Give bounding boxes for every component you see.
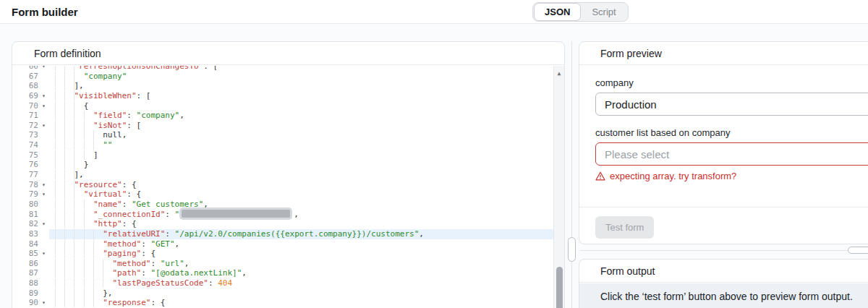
code-text: "path": "[@odata.nextLink]", xyxy=(49,268,564,278)
tab-json[interactable]: JSON xyxy=(534,3,581,21)
line-number: 87 xyxy=(12,268,38,278)
line-number: 83 xyxy=(12,229,38,239)
code-text: "response": { xyxy=(49,298,564,308)
code-line-79[interactable]: 79▾ "virtual": { xyxy=(12,189,564,200)
code-text: "company" xyxy=(49,72,564,82)
code-line-88[interactable]: 88 "lastPageStatusCode": 404 xyxy=(12,278,564,288)
fold-spacer xyxy=(38,268,49,278)
form-output-header: Form output xyxy=(579,260,868,283)
code-line-77[interactable]: 77 ], xyxy=(12,170,564,180)
code-line-71[interactable]: 71 "field": "company", xyxy=(12,111,564,121)
code-line-66[interactable]: 66▾ "refreshOptionsOnChangesTo": [ xyxy=(12,66,564,72)
tab-script[interactable]: Script xyxy=(581,3,626,21)
fold-spacer xyxy=(38,229,49,239)
line-number: 72 xyxy=(12,121,38,131)
code-line-81[interactable]: 81 "_connectionId": ", xyxy=(12,210,564,220)
code-line-67[interactable]: 67 "company" xyxy=(12,72,564,82)
line-number: 73 xyxy=(12,130,38,140)
fold-arrow-icon[interactable]: ▾ xyxy=(38,66,49,72)
code-text: "http": { xyxy=(49,219,564,229)
form-output-message: Click the ‘test form’ button above to pr… xyxy=(579,283,868,302)
line-number: 78 xyxy=(12,180,38,190)
code-text: ], xyxy=(49,81,564,91)
form-builder-app: Form builder JSON Script Form definition… xyxy=(0,0,868,308)
json-code-editor[interactable]: 66▾ "refreshOptionsOnChangesTo": [67 "co… xyxy=(12,66,564,308)
fold-arrow-icon[interactable]: ▾ xyxy=(38,91,49,101)
form-output-panel: Form output Click the ‘test form’ button… xyxy=(579,259,868,308)
fold-arrow-icon[interactable]: ▾ xyxy=(38,101,49,111)
code-line-69[interactable]: 69▾ "visibleWhen": [ xyxy=(12,91,564,101)
fold-arrow-icon[interactable]: ▾ xyxy=(38,298,49,308)
panel-divider-horizontal xyxy=(580,250,868,251)
code-text: ], xyxy=(49,170,564,180)
code-text: "relativeURI": "/api/v2.0/companies({{ex… xyxy=(49,229,564,239)
form-preview-header: Form preview xyxy=(579,42,868,65)
code-lines: 66▾ "refreshOptionsOnChangesTo": [67 "co… xyxy=(12,66,564,308)
code-text: "lastPageStatusCode": 404 xyxy=(49,278,564,288)
line-number: 68 xyxy=(12,81,38,91)
code-line-68[interactable]: 68 ], xyxy=(12,81,564,91)
line-number: 79 xyxy=(12,189,38,200)
code-line-72[interactable]: 72▾ "isNot": [ xyxy=(12,121,564,131)
code-line-74[interactable]: 74 "" xyxy=(12,140,564,150)
code-line-80[interactable]: 80 "name": "Get customers", xyxy=(12,200,564,210)
code-line-89[interactable]: 89 }, xyxy=(12,288,564,299)
code-text: "field": "company", xyxy=(49,111,564,121)
test-form-button[interactable]: Test form xyxy=(595,216,654,239)
line-number: 66 xyxy=(12,66,38,72)
fold-arrow-icon[interactable]: ▾ xyxy=(38,121,49,131)
panel-divider-vertical xyxy=(571,41,572,308)
panel-resize-handle-horizontal[interactable] xyxy=(848,247,868,254)
code-line-84[interactable]: 84 "method": "GET", xyxy=(12,239,564,249)
code-text: "name": "Get customers", xyxy=(49,200,564,210)
code-line-86[interactable]: 86 "method": "url", xyxy=(12,259,564,269)
line-number: 90 xyxy=(12,298,38,308)
line-number: 84 xyxy=(12,239,38,249)
code-line-70[interactable]: 70▾ { xyxy=(12,101,564,111)
code-text: "isNot": [ xyxy=(49,121,564,131)
editor-mode-toggle: JSON Script xyxy=(532,2,629,22)
code-line-83[interactable]: 83 "relativeURI": "/api/v2.0/companies({… xyxy=(12,229,564,239)
code-line-82[interactable]: 82▾ "http": { xyxy=(12,219,564,229)
fold-spacer xyxy=(38,150,49,161)
company-input[interactable] xyxy=(595,93,868,116)
fold-arrow-icon[interactable]: ▾ xyxy=(38,219,49,229)
fold-arrow-icon[interactable]: ▾ xyxy=(38,189,49,200)
fold-spacer xyxy=(38,160,49,170)
editor-scrollbar-thumb[interactable] xyxy=(556,267,563,308)
code-text: "paging": { xyxy=(49,249,564,259)
code-text: { xyxy=(49,101,564,111)
line-number: 69 xyxy=(12,91,38,101)
form-output-body: Click the ‘test form’ button above to pr… xyxy=(579,283,868,308)
code-text: "_connectionId": ", xyxy=(49,210,564,220)
fold-spacer xyxy=(38,72,49,82)
code-text: null, xyxy=(49,130,564,140)
code-line-85[interactable]: 85▾ "paging": { xyxy=(12,249,564,259)
form-definition-panel: Form definition 66▾ "refreshOptionsOnCha… xyxy=(12,41,565,308)
fold-spacer xyxy=(38,239,49,249)
code-line-73[interactable]: 73 null, xyxy=(12,130,564,140)
line-number: 67 xyxy=(12,72,38,82)
customer-list-select[interactable]: Please select xyxy=(595,142,868,166)
code-text: "" xyxy=(49,140,564,150)
fold-spacer xyxy=(38,210,49,220)
form-definition-header: Form definition xyxy=(12,42,564,65)
code-text: "virtual": { xyxy=(49,189,564,200)
line-number: 70 xyxy=(12,101,38,111)
customer-list-field-label: customer list based on company xyxy=(595,127,868,138)
code-line-78[interactable]: 78▾ "resource": { xyxy=(12,180,564,190)
fold-spacer xyxy=(38,140,49,150)
code-line-87[interactable]: 87 "path": "[@odata.nextLink]", xyxy=(12,268,564,278)
warning-triangle-icon xyxy=(595,171,605,181)
code-line-75[interactable]: 75 ] xyxy=(12,150,564,161)
fold-arrow-icon[interactable]: ▾ xyxy=(38,249,49,259)
code-line-90[interactable]: 90▾ "response": { xyxy=(12,298,564,308)
line-number: 85 xyxy=(12,249,38,259)
panel-resize-handle-vertical[interactable] xyxy=(568,237,576,262)
editor-scrollbar[interactable]: ▲ xyxy=(553,66,564,308)
scroll-up-arrow-icon[interactable]: ▲ xyxy=(554,71,564,77)
code-text: "refreshOptionsOnChangesTo": [ xyxy=(49,66,564,72)
code-line-76[interactable]: 76 } xyxy=(12,160,564,170)
fold-arrow-icon[interactable]: ▾ xyxy=(38,180,49,190)
fold-spacer xyxy=(38,259,49,269)
